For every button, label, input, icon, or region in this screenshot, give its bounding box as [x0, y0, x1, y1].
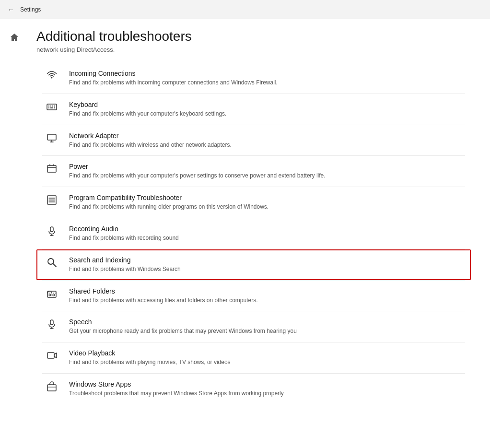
item-shared-folders-text: Shared Folders Find and fix problems wit…: [69, 287, 465, 305]
svg-rect-7: [50, 107, 53, 108]
item-power-desc: Find and fix problems with your computer…: [69, 172, 465, 180]
title-bar: ← Settings: [0, 0, 490, 19]
svg-rect-4: [52, 106, 53, 106]
item-speech-title: Speech: [69, 318, 465, 326]
svg-rect-3: [50, 106, 51, 106]
item-incoming-connections-text: Incoming Connections Find and fix proble…: [69, 70, 465, 87]
item-program-compatibility-text: Program Compatibility Troubleshooter Fin…: [69, 194, 465, 211]
svg-point-0: [51, 77, 53, 79]
item-search-indexing-title: Search and Indexing: [69, 256, 465, 264]
wifi-icon: [42, 70, 61, 81]
content-area: Additional troubleshooters network using…: [0, 19, 490, 448]
recording-mic-icon: [42, 225, 61, 236]
item-program-compatibility-desc: Find and fix problems with running older…: [69, 203, 465, 211]
svg-rect-26: [47, 353, 54, 358]
search-icon: [42, 256, 61, 268]
item-network-adapter-desc: Find and fix problems with wireless and …: [69, 141, 465, 149]
item-power-text: Power Find and fix problems with your co…: [69, 163, 465, 180]
item-network-adapter-title: Network Adapter: [69, 132, 465, 140]
item-speech[interactable]: Speech Get your microphone ready and fix…: [36, 311, 471, 342]
item-keyboard-text: Keyboard Find and fix problems with your…: [69, 101, 465, 118]
item-shared-folders[interactable]: Shared Folders Find and fix problems wit…: [36, 281, 471, 311]
item-windows-store-apps-text: Windows Store Apps Troubleshoot problems…: [69, 380, 465, 398]
item-power-title: Power: [69, 163, 465, 170]
item-network-adapter[interactable]: Network Adapter Find and fix problems wi…: [36, 125, 471, 156]
item-windows-store-apps-title: Windows Store Apps: [69, 380, 465, 388]
svg-rect-8: [54, 107, 55, 108]
item-recording-audio-desc: Find and fix problems with recording sou…: [69, 234, 465, 242]
item-video-playback-title: Video Playback: [69, 349, 465, 357]
page-subtitle: network using DirectAccess.: [36, 46, 471, 53]
sidebar: [0, 19, 29, 448]
svg-rect-2: [48, 106, 49, 106]
home-icon[interactable]: [10, 33, 19, 45]
window-title: Settings: [20, 6, 41, 13]
folder-icon: [42, 287, 61, 299]
item-program-compatibility[interactable]: Program Compatibility Troubleshooter Fin…: [36, 187, 471, 218]
back-button[interactable]: ←: [8, 6, 14, 13]
svg-rect-10: [47, 165, 56, 172]
item-incoming-connections-desc: Find and fix problems with incoming comp…: [69, 79, 465, 87]
item-speech-desc: Get your microphone ready and fix proble…: [69, 327, 465, 335]
item-power[interactable]: Power Find and fix problems with your co…: [36, 156, 471, 187]
item-video-playback[interactable]: Video Playback Find and fix problems wit…: [36, 342, 471, 373]
store-icon: [42, 380, 61, 392]
item-speech-text: Speech Get your microphone ready and fix…: [69, 318, 465, 335]
item-video-playback-desc: Find and fix problems with playing movie…: [69, 358, 465, 366]
item-shared-folders-desc: Find and fix problems with accessing fil…: [69, 296, 465, 305]
list-icon: [42, 194, 61, 205]
item-incoming-connections-title: Incoming Connections: [69, 70, 465, 77]
item-recording-audio-title: Recording Audio: [69, 225, 465, 233]
item-windows-store-apps[interactable]: Windows Store Apps Troubleshoot problems…: [36, 374, 471, 404]
svg-rect-27: [47, 385, 56, 391]
keyboard-icon: [42, 101, 61, 112]
monitor-icon: [42, 132, 61, 143]
item-recording-audio-text: Recording Audio Find and fix problems wi…: [69, 225, 465, 242]
item-incoming-connections[interactable]: Incoming Connections Find and fix proble…: [36, 63, 471, 94]
item-keyboard-desc: Find and fix problems with your computer…: [69, 110, 465, 118]
svg-rect-9: [47, 134, 56, 140]
power-icon: [42, 163, 61, 174]
item-keyboard-title: Keyboard: [69, 101, 465, 108]
item-search-indexing-text: Search and Indexing Find and fix problem…: [69, 256, 465, 273]
item-recording-audio[interactable]: Recording Audio Find and fix problems wi…: [36, 218, 471, 249]
svg-rect-23: [50, 320, 53, 325]
item-windows-store-apps-desc: Troubleshoot problems that may prevent W…: [69, 389, 465, 398]
item-search-indexing-desc: Find and fix problems with Windows Searc…: [69, 265, 465, 273]
item-search-indexing[interactable]: Search and Indexing Find and fix problem…: [36, 249, 471, 280]
svg-rect-5: [54, 106, 55, 106]
item-network-adapter-text: Network Adapter Find and fix problems wi…: [69, 132, 465, 149]
troubleshooters-list: Incoming Connections Find and fix proble…: [36, 63, 471, 404]
speech-mic-icon: [42, 318, 61, 330]
page-title: Additional troubleshooters: [36, 29, 471, 44]
item-video-playback-text: Video Playback Find and fix problems wit…: [69, 349, 465, 366]
main-content: Additional troubleshooters network using…: [29, 19, 490, 448]
item-program-compatibility-title: Program Compatibility Troubleshooter: [69, 194, 465, 201]
svg-rect-6: [48, 107, 49, 108]
svg-line-19: [53, 263, 57, 267]
svg-rect-1: [47, 104, 57, 110]
svg-rect-15: [50, 227, 53, 232]
video-icon: [42, 349, 61, 361]
item-keyboard[interactable]: Keyboard Find and fix problems with your…: [36, 94, 471, 125]
item-shared-folders-title: Shared Folders: [69, 287, 465, 295]
